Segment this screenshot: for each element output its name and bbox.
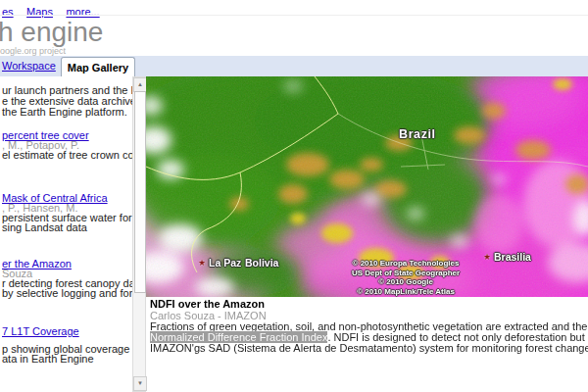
- tab-map-gallery[interactable]: Map Gallery: [61, 57, 135, 76]
- details-text-line: IMAZON'gs SAD (Sistema de Alerta de Desm…: [150, 342, 588, 354]
- copyright-line: © 2010 MapLink/Tele Atlas: [327, 287, 484, 297]
- gallery-item-description: sing Landsat data: [2, 221, 87, 233]
- gallery-sidebar: ur launch partners and the Earth e the e…: [0, 76, 132, 392]
- gallery-item-description: ata in Earth Engine: [2, 353, 94, 365]
- scroll-down-icon[interactable]: ▼: [133, 376, 147, 391]
- details-title: NDFI over the Amazon: [150, 298, 265, 310]
- location-star-icon: ★: [483, 252, 491, 262]
- map-label-la-paz: La Paz: [209, 257, 241, 269]
- map-copyright: © 2010 Europa Technologies US Dept of St…: [327, 259, 484, 296]
- map-canvas[interactable]: Brazil ★ La Paz Bolivia ★ Brasilia © 201…: [146, 76, 588, 297]
- gallery-item-l1t-coverage-link[interactable]: 7 L1T Coverage: [2, 325, 79, 337]
- scroll-up-icon[interactable]: ▲: [133, 77, 147, 92]
- tab-workspace[interactable]: Workspace: [2, 60, 56, 72]
- sidebar-intro-line: the Earth Engine platform.: [2, 106, 127, 118]
- copyright-line: US Dept of State Geographer: [327, 269, 484, 278]
- map-label-brasilia: Brasilia: [494, 251, 531, 263]
- map-label-brazil: Brazil: [399, 127, 436, 141]
- earth-engine-logo: h engine: [0, 17, 103, 48]
- map-label-bolivia: Bolivia: [245, 257, 278, 269]
- header-divider: [0, 15, 588, 16]
- scrollbar-thumb[interactable]: [134, 91, 146, 293]
- copyright-line: © 2010 Google: [327, 277, 484, 287]
- location-star-icon: ★: [198, 258, 206, 268]
- gallery-item-description: by selective logging and forest fires: [2, 287, 132, 299]
- gallery-item-description: el estimate of tree crown cover.: [2, 149, 132, 161]
- copyright-line: © 2010 Europa Technologies: [327, 259, 484, 269]
- sidebar-scrollbar[interactable]: ▲ ▼: [132, 76, 146, 392]
- logo-subtitle: oogle.org project: [0, 46, 66, 56]
